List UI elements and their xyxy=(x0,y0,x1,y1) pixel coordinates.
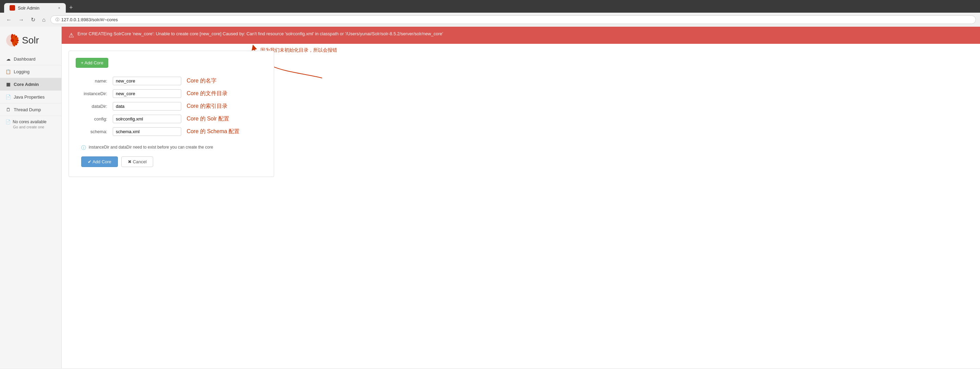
app-container: Solr ☁ Dashboard 📋 Logging ▦ Core Admin xyxy=(0,27,980,368)
label-schema: schema: xyxy=(76,125,110,138)
form-row-datadir: dataDir: Core 的索引目录 xyxy=(76,100,267,112)
label-config: config: xyxy=(76,112,110,125)
sidebar-item-thread-dump[interactable]: 🗒 Thread Dump xyxy=(0,103,61,116)
form-row-instancedir: instanceDir: Core 的文件目录 xyxy=(76,87,267,100)
info-text: instanceDir and dataDir need to exist be… xyxy=(89,145,213,150)
input-schema[interactable] xyxy=(113,127,181,136)
core-admin-icon: ▦ xyxy=(5,81,11,87)
form-row-schema: schema: Core 的 Schema 配置 xyxy=(76,125,267,138)
no-cores-section: 📄 No cores available Go and create one xyxy=(0,116,61,133)
error-banner: ⚠ Error CREATEing SolrCore 'new_core': U… xyxy=(62,27,980,44)
sidebar-label-thread-dump: Thread Dump xyxy=(14,107,41,112)
thread-dump-icon: 🗒 xyxy=(5,107,11,112)
browser-tabs: Solr Admin × + xyxy=(4,3,976,13)
form-row-name: name: Core 的名字 xyxy=(76,74,267,87)
form-actions: ✔ Add Core ✖ Cancel xyxy=(76,154,267,170)
sidebar-label-java-properties: Java Properties xyxy=(14,95,45,100)
input-name[interactable] xyxy=(113,77,181,85)
input-instancedir[interactable] xyxy=(113,89,181,98)
sidebar-logo-text: Solr xyxy=(22,35,39,46)
annotation-name: Core 的名字 xyxy=(187,78,216,84)
tab-close-btn[interactable]: × xyxy=(58,6,60,10)
add-core-header-btn[interactable]: + Add Core xyxy=(76,58,108,68)
new-tab-btn[interactable]: + xyxy=(67,3,76,13)
info-box: ⓘ instanceDir and dataDir need to exist … xyxy=(76,142,267,154)
address-text: 127.0.0.1:8983/solr/#/~cores xyxy=(61,17,118,22)
add-core-form: + Add Core name: Core 的名字 instanceDir: xyxy=(68,51,274,177)
tab-title: Solr Admin xyxy=(18,5,40,11)
sidebar-item-core-admin[interactable]: ▦ Core Admin xyxy=(0,78,61,91)
svg-point-10 xyxy=(11,39,14,42)
annotation-instancedir: Core 的文件目录 xyxy=(187,90,228,96)
annotation-datadir: Core 的索引目录 xyxy=(187,103,228,109)
sidebar-label-logging: Logging xyxy=(14,69,29,74)
content-area: 因为我们未初始化目录，所以会报错 + Add Core xyxy=(62,44,980,368)
sidebar-item-logging[interactable]: 📋 Logging xyxy=(0,65,61,78)
solr-logo-icon xyxy=(5,33,19,47)
label-instancedir: instanceDir: xyxy=(76,87,110,100)
cancel-btn[interactable]: ✖ Cancel xyxy=(121,157,153,167)
info-icon: ⓘ xyxy=(81,145,86,151)
form-row-config: config: Core 的 Solr 配置 xyxy=(76,112,267,125)
error-message: Error CREATEing SolrCore 'new_core': Una… xyxy=(78,31,443,37)
submit-btn[interactable]: ✔ Add Core xyxy=(81,157,118,167)
add-core-header: + Add Core xyxy=(76,58,267,68)
annotation-config: Core 的 Solr 配置 xyxy=(187,116,229,122)
no-cores-subtitle: Go and create one xyxy=(5,125,56,129)
label-name: name: xyxy=(76,74,110,87)
browser-toolbar: ← → ↻ ⌂ ⓘ 127.0.0.1:8983/solr/#/~cores xyxy=(0,13,980,27)
refresh-btn[interactable]: ↻ xyxy=(29,16,37,24)
sidebar-nav: ☁ Dashboard 📋 Logging ▦ Core Admin 📄 xyxy=(0,53,61,116)
annotation-schema: Core 的 Schema 配置 xyxy=(187,128,240,134)
lock-icon: ⓘ xyxy=(56,17,59,22)
logging-icon: 📋 xyxy=(5,69,11,74)
home-btn[interactable]: ⌂ xyxy=(40,16,48,24)
sidebar: Solr ☁ Dashboard 📋 Logging ▦ Core Admin xyxy=(0,27,62,368)
sidebar-label-dashboard: Dashboard xyxy=(14,57,36,62)
dashboard-icon: ☁ xyxy=(5,56,11,62)
tab-favicon xyxy=(10,5,15,11)
sidebar-item-java-properties[interactable]: 📄 Java Properties xyxy=(0,91,61,103)
java-props-icon: 📄 xyxy=(5,94,11,100)
warning-icon: ⚠ xyxy=(68,31,74,40)
sidebar-item-dashboard[interactable]: ☁ Dashboard xyxy=(0,53,61,65)
sidebar-label-core-admin: Core Admin xyxy=(14,82,39,87)
sidebar-logo: Solr xyxy=(0,27,61,53)
label-datadir: dataDir: xyxy=(76,100,110,112)
no-cores-icon: 📄 xyxy=(5,119,11,124)
address-bar[interactable]: ⓘ 127.0.0.1:8983/solr/#/~cores xyxy=(50,16,976,24)
svg-point-0 xyxy=(11,6,14,10)
input-config[interactable] xyxy=(113,115,181,123)
main-content: ⚠ Error CREATEing SolrCore 'new_core': U… xyxy=(62,27,980,368)
input-datadir[interactable] xyxy=(113,102,181,111)
form-table: name: Core 的名字 instanceDir: Core 的文件目录 xyxy=(76,74,267,138)
browser-chrome: Solr Admin × + xyxy=(0,0,980,13)
no-cores-title: 📄 No cores available xyxy=(5,119,56,124)
active-tab[interactable]: Solr Admin × xyxy=(4,3,66,13)
forward-btn[interactable]: → xyxy=(16,16,26,24)
back-btn[interactable]: ← xyxy=(4,16,14,24)
